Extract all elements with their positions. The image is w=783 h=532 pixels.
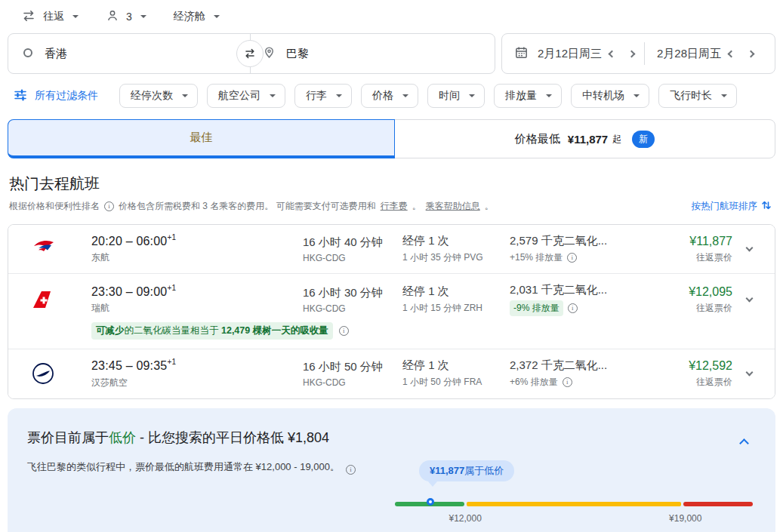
chip-label: 航空公司 [218, 89, 260, 103]
duration-cell: 16 小时 50 分钟 HKG-CDG [303, 360, 402, 388]
filter-chip-connecting-airports[interactable]: 中转机场 [571, 84, 649, 108]
destination-input[interactable]: 巴黎 [250, 34, 495, 73]
filter-chip-stops[interactable]: 经停次数 [119, 84, 198, 108]
flight-row-swiss[interactable]: 23:30 – 09:00+1 瑞航 16 小时 30 分钟 HKG-CDG 经… [8, 273, 775, 349]
origin-circle-icon [22, 47, 34, 61]
emissions-cell: 2,372 千克二氧化... +6% 排放量 [510, 358, 652, 389]
layover-info: 1 小时 50 分钟 FRA [402, 376, 510, 389]
price-range-bar [395, 502, 753, 506]
caret-down-icon [270, 94, 276, 97]
calendar-icon [514, 45, 529, 63]
results-subtitle: 根据价格和便利性排名 价格包含所需税费和 3 名乘客的费用。 可能需要支付可选费… [9, 200, 494, 213]
price-cell: ¥11,877 往返票价 [652, 235, 732, 264]
collapse-insights-button[interactable] [735, 432, 753, 451]
flight-main-cell: 23:45 – 09:35+1 汉莎航空 [91, 358, 303, 389]
chip-label: 中转机场 [582, 89, 624, 103]
stops-cell: 经停 1 次 1 小时 50 分钟 FRA [402, 358, 510, 389]
new-badge: 新 [632, 131, 655, 148]
info-icon[interactable] [568, 303, 578, 313]
info-icon[interactable] [567, 253, 577, 263]
tab-cheapest-price: ¥11,877 [568, 133, 608, 146]
date-range-box: 2月12日周三 2月28日周五 [501, 33, 775, 74]
flight-row-china-eastern[interactable]: 20:20 – 06:00+1 东航 16 小时 40 分钟 HKG-CDG 经… [8, 225, 775, 273]
return-date-prev-button[interactable] [721, 42, 741, 66]
flight-main-cell: 20:20 – 06:00+1 东航 [91, 234, 303, 264]
depart-date-next-button[interactable] [621, 42, 641, 66]
layover-info: 1 小时 35 分钟 PVG [402, 251, 510, 264]
depart-date-prev-button[interactable] [602, 42, 621, 66]
layover-info: 1 小时 15 分钟 ZRH [402, 302, 510, 315]
price-insights-title: 票价目前属于低价 - 比您搜索的平日价格低 ¥1,804 [27, 429, 756, 447]
chip-label: 时间 [439, 89, 460, 103]
section-title: 热门去程航班 [9, 174, 775, 194]
caret-down-icon [214, 15, 220, 18]
emissions-delta-badge: -9% 排放量 [510, 300, 563, 316]
cabin-class-label: 经济舱 [174, 10, 205, 23]
filter-chip-times[interactable]: 时间 [427, 84, 485, 108]
duration-cell: 16 小时 40 分钟 HKG-CDG [303, 235, 402, 263]
return-date-field[interactable]: 2月28日周五 [657, 47, 721, 61]
emissions-amount: 2,031 千克二氧化... [510, 283, 652, 297]
duration-cell: 16 小时 30 分钟 HKG-CDG [303, 286, 402, 314]
expand-flight-button[interactable] [732, 248, 766, 251]
sort-label: 按热门航班排序 [692, 200, 758, 213]
flight-duration: 16 小时 30 分钟 [303, 286, 402, 300]
expand-flight-button[interactable] [732, 373, 766, 375]
caret-down-icon [721, 94, 727, 97]
cabin-class-selector[interactable]: 经济舱 [174, 10, 220, 23]
flight-row-lufthansa[interactable]: 23:45 – 09:35+1 汉莎航空 16 小时 50 分钟 HKG-CDG… [8, 349, 775, 398]
tab-best[interactable]: 最佳 [8, 119, 395, 158]
range-low-label: ¥12,000 [449, 513, 482, 524]
expand-flight-button[interactable] [732, 299, 766, 301]
chip-label: 价格 [372, 89, 393, 103]
flight-price: ¥11,877 [652, 235, 732, 248]
search-row: 香港 巴黎 2月12日周三 2月28日周五 [8, 33, 775, 74]
filter-chip-bags[interactable]: 行李 [294, 84, 352, 108]
depart-date-field[interactable]: 2月12日周三 [538, 47, 602, 61]
stops-count: 经停 1 次 [402, 284, 510, 299]
tooltip-tail [428, 481, 437, 487]
all-filters-button[interactable]: 所有过滤条件 [14, 88, 98, 104]
tab-cheapest[interactable]: 价格最低 ¥11,877 起 新 [395, 120, 775, 158]
caret-down-icon [72, 15, 79, 18]
trip-options-bar: 往返 3 经济舱 [0, 0, 783, 26]
passenger-assistance-link[interactable]: 乘客帮助信息 [426, 200, 480, 213]
flight-times: 20:20 – 06:00+1 [91, 234, 303, 248]
filter-chip-airlines[interactable]: 航空公司 [207, 84, 285, 108]
swap-horizontal-icon [21, 8, 36, 26]
sort-by-popular-button[interactable]: 按热门航班排序 [692, 199, 773, 214]
airline-name: 瑞航 [91, 302, 303, 315]
emissions-cell: 2,579 千克二氧化... +15% 排放量 [510, 234, 652, 264]
date-divider [644, 42, 645, 65]
current-price-marker[interactable] [427, 498, 434, 506]
baggage-fees-link[interactable]: 行李费 [381, 200, 408, 213]
tab-cheapest-suffix: 起 [612, 133, 621, 146]
return-date-next-button[interactable] [741, 42, 760, 66]
airline-name: 东航 [91, 251, 303, 264]
flight-route: HKG-CDG [303, 303, 402, 314]
stops-cell: 经停 1 次 1 小时 15 分钟 ZRH [402, 284, 510, 315]
info-icon[interactable] [339, 326, 349, 336]
chip-label: 行李 [306, 89, 327, 103]
typical-price-segment [467, 502, 680, 506]
flight-duration: 16 小时 40 分钟 [303, 235, 402, 250]
filter-chip-emissions[interactable]: 排放量 [494, 84, 562, 108]
origin-destination-box: 香港 巴黎 [8, 33, 495, 74]
location-pin-icon [263, 46, 276, 61]
info-icon[interactable] [563, 377, 572, 387]
plus-days: +1 [167, 233, 176, 241]
filter-bar: 所有过滤条件 经停次数 航空公司 行李 价格 时间 排放量 中转机场 飞行时长 [14, 84, 775, 108]
info-icon[interactable] [346, 465, 356, 475]
all-filters-label: 所有过滤条件 [35, 89, 98, 103]
trip-type-selector[interactable]: 往返 [21, 8, 79, 26]
filter-chip-price[interactable]: 价格 [361, 84, 418, 108]
price-history-slider: ¥11,877属于低价 ¥12,000 ¥19,000 [395, 459, 756, 532]
passenger-selector[interactable]: 3 [106, 9, 146, 25]
caret-down-icon [402, 94, 408, 97]
info-icon[interactable] [104, 201, 114, 211]
filter-chip-duration[interactable]: 飞行时长 [658, 84, 737, 108]
rank-note: 根据价格和便利性排名 [9, 200, 100, 213]
swap-origin-destination-button[interactable] [236, 40, 264, 67]
origin-input[interactable]: 香港 [8, 34, 250, 73]
flight-route: HKG-CDG [303, 253, 402, 263]
